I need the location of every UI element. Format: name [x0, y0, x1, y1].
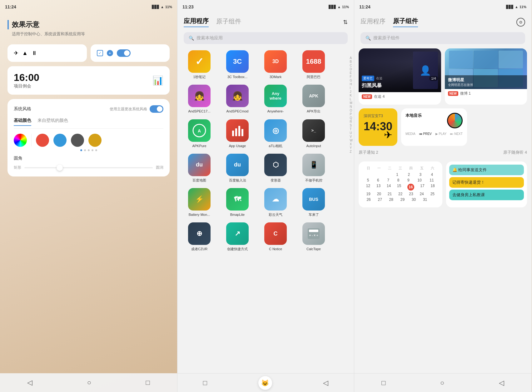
atomic-content: 👤 爱奇艺 在追 扫黑风暴 1/4 NEW 在追 4: [354, 48, 531, 376]
cal-row-3: 1920 2122 2324 25: [363, 192, 438, 196]
list-item[interactable]: App Usage: [219, 117, 256, 150]
video-overlay: 爱奇艺 在追 扫黑风暴: [359, 48, 441, 92]
corner-slider[interactable]: [24, 167, 153, 168]
settings-subtitle: 使用主题更改系统风格: [110, 107, 147, 112]
sort-icon[interactable]: ⇅: [343, 19, 348, 26]
nav-back-2[interactable]: □: [203, 379, 207, 387]
list-item[interactable]: ⬡ 变形器: [257, 152, 294, 184]
tab-atomic-3[interactable]: 原子组件: [393, 17, 418, 27]
wifi-icon-2: ▲: [337, 5, 341, 9]
settings-toggle[interactable]: [150, 105, 163, 113]
cal-header: 日 一 二 三 四 五 六: [363, 166, 438, 171]
wifi-icon-3: ▲: [515, 5, 518, 9]
atomic-search-bar[interactable]: 🔍 搜索原子组件: [360, 32, 525, 44]
list-item[interactable]: C C Notice: [257, 221, 294, 253]
list-item[interactable]: ◎ aTLi相机: [257, 117, 294, 150]
notice-item-3[interactable]: 去健身房上私教课: [449, 190, 524, 200]
widget-row-1: 👤 爱奇艺 在追 扫黑风暴 1/4 NEW 在追 4: [359, 48, 527, 105]
slider-thumb[interactable]: [57, 165, 63, 171]
list-item[interactable]: 3D 3DMark: [257, 48, 294, 81]
app-name-baiduinput: 百度输入法: [229, 178, 246, 182]
list-item[interactable]: >_ AutoInput: [295, 117, 332, 150]
list-item[interactable]: 1688 阿里巴巴: [295, 48, 332, 81]
nav-recent-3[interactable]: ◁: [499, 379, 504, 387]
list-item[interactable]: Anywhere Anywhere-: [257, 83, 294, 115]
swatch-rainbow[interactable]: [14, 134, 27, 147]
list-item[interactable]: du 百度输入法: [219, 152, 256, 184]
ctrl-media[interactable]: MEDIA: [405, 132, 415, 136]
time-2: 11:23: [182, 4, 194, 9]
list-item[interactable]: 📱 不做手机控: [295, 152, 332, 184]
nav-home-2[interactable]: 😺: [258, 376, 272, 390]
dot-3: [88, 149, 90, 151]
list-item[interactable]: + - × ÷ CalcTape: [295, 221, 332, 253]
nav-recent-1[interactable]: □: [146, 379, 150, 387]
notice-item-1[interactable]: 🔔 给同事发送文件: [449, 165, 524, 175]
control-card-left: ✈ ▲ ⏸: [7, 44, 87, 62]
notice-item-2[interactable]: 记得寄快递退货！: [449, 177, 524, 188]
app-icon-appusage: [226, 119, 249, 142]
app-name-caiyun: 彩云天气: [269, 212, 282, 217]
video-title: 扫黑风暴: [362, 82, 438, 89]
flight-widget: 深圳宝安T3 14:30 ✈: [359, 108, 397, 146]
swatch-gray[interactable]: [71, 134, 84, 147]
list-item[interactable]: ⊕ 成者CZUR: [181, 221, 218, 253]
settings-header-row: 系统风格 使用主题更改系统风格: [14, 105, 163, 113]
list-item[interactable]: ☁ 彩云天气: [257, 186, 294, 219]
app-icon-baidumaps: du: [188, 154, 211, 176]
swatch-red[interactable]: [36, 134, 49, 147]
app-icon-caiyun: ☁: [264, 188, 287, 211]
dot-5: [95, 149, 97, 151]
dot-4: [92, 149, 93, 151]
tab-wallpaper-color[interactable]: 来自壁纸的颜色: [37, 118, 68, 126]
list-item[interactable]: APK APK导出: [295, 83, 332, 115]
list-item[interactable]: ↗ 创建快捷方式: [219, 221, 256, 253]
list-item[interactable]: 👧 AndSPECmod: [219, 83, 256, 115]
app-icon-1mj: ✓: [188, 50, 211, 73]
ctrl-prev[interactable]: ⏮ PREV: [419, 132, 432, 136]
nav-back-1[interactable]: ◁: [27, 379, 32, 387]
nav-home-3[interactable]: ○: [440, 379, 444, 387]
tab-atomic-2[interactable]: 原子组件: [216, 17, 241, 27]
list-item[interactable]: BUS 车来了: [295, 186, 332, 219]
weibo-widget: 微博明星 全网明星尽在微博 NEW 微博 1: [445, 48, 527, 105]
app-icon-cnotice: C: [264, 222, 287, 245]
ctrl-play[interactable]: ▶ PLAY: [435, 132, 447, 136]
svg-text:A: A: [198, 128, 201, 133]
list-item[interactable]: ✓ 1秒笔记: [181, 48, 218, 81]
search-bar-2[interactable]: 🔍 搜索本地应用: [184, 32, 348, 44]
app-name-1mj: 1秒笔记: [193, 75, 205, 79]
list-item[interactable]: 3C 3C Toolbox...: [219, 48, 256, 81]
nav-home-1[interactable]: ○: [87, 379, 91, 387]
list-item[interactable]: 👧 AndSPEC17...: [181, 83, 218, 115]
svg-text:+ - × ÷: + - × ÷: [309, 234, 318, 237]
list-item[interactable]: du 百度地图: [181, 152, 218, 184]
nav-back-3[interactable]: □: [381, 379, 385, 387]
cal-today: 16: [407, 184, 414, 191]
list-item[interactable]: ⚡ Battery Mon...: [181, 186, 218, 219]
widget-row-3: 日 一 二 三 四 五 六 123 4 56 78 910 11: [359, 161, 527, 207]
search-placeholder-3: 搜索原子组件: [373, 35, 400, 41]
ctrl-next[interactable]: ⏭ NEXT: [450, 132, 462, 136]
tab-apps-3[interactable]: 应用程序: [360, 17, 385, 27]
chart-icon: 📊: [152, 75, 163, 86]
settings-icon[interactable]: ⊙: [516, 18, 525, 27]
app-icon-andspec1: 👧: [188, 85, 211, 107]
widget-row-2: 深圳宝安T3 14:30 ✈ 本地音乐 MEDIA ⏮ PREV ▶ PLAY …: [359, 108, 527, 146]
video-widget: 👤 爱奇艺 在追 扫黑风暴 1/4 NEW 在追 4: [359, 48, 441, 105]
swatch-blue[interactable]: [53, 134, 67, 147]
nav-recent-2[interactable]: ◁: [323, 379, 328, 387]
battery-2: 11%: [342, 5, 349, 9]
toggle-switch[interactable]: [117, 49, 131, 57]
color-swatches: [14, 134, 163, 147]
list-item[interactable]: 🗺 BmapLite: [219, 186, 256, 219]
app-name-appusage: App Usage: [229, 144, 246, 148]
tab-base-color[interactable]: 基础颜色: [14, 118, 31, 126]
list-item[interactable]: A APKPure: [181, 117, 218, 150]
video-footer: NEW 在追 4: [359, 92, 441, 101]
notice-text-3: 去健身房上私教课: [452, 192, 485, 197]
swatch-gold[interactable]: [88, 134, 102, 147]
tab-apps-2[interactable]: 应用程序: [184, 17, 209, 27]
signal-icon-3: ▊▊▊: [506, 5, 514, 9]
notice-text-1: 给同事发送文件: [458, 167, 487, 172]
